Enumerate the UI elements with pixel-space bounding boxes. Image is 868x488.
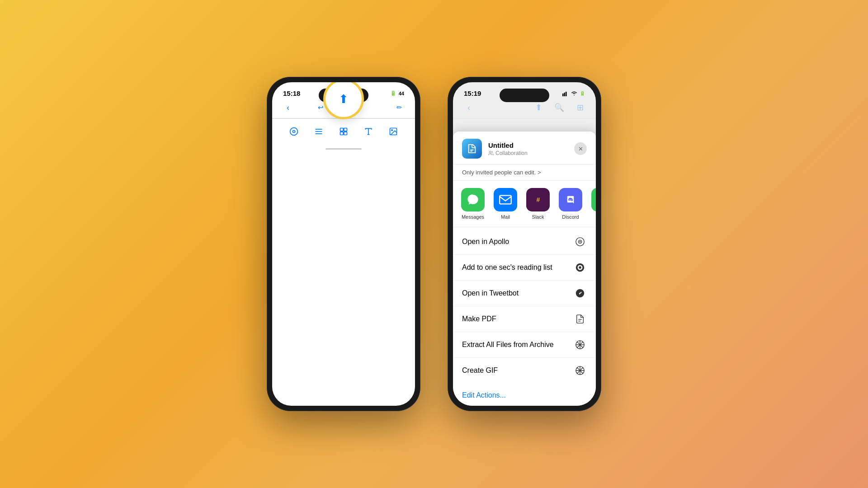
time-1: 15:18 [283,89,300,97]
tweetbot-icon [573,286,587,300]
svg-point-26 [579,266,581,269]
share-sheet: Untitled Collaboration ✕ [453,131,596,406]
discord-icon [559,188,582,211]
svg-rect-8 [340,132,343,135]
doc-app-icon [462,139,482,159]
wifi-icon [571,91,577,96]
app-mail[interactable]: Mail [489,188,522,220]
doc-title: Untitled [488,141,568,149]
signal-icon [562,91,569,96]
share-icon[interactable]: ⬆ [339,92,349,106]
phone-1-screen: ⬆ 15:18 🔋 44 ‹ ↩ ✏ [272,82,415,406]
battery-icon-2: 🔋 [580,91,585,96]
share-sheet-header: Untitled Collaboration ✕ [453,131,596,164]
phone-2: 15:19 🔋 ‹ [448,77,601,411]
bottom-toolbar [272,118,415,147]
discord-label: Discord [562,214,579,220]
pdf-icon [573,312,587,326]
phone-1: ⬆ 15:18 🔋 44 ‹ ↩ ✏ [267,77,420,411]
svg-point-2 [292,131,295,133]
svg-rect-15 [564,93,566,96]
action-extract-archive[interactable]: Extract All Files from Archive [453,332,596,358]
doc-info: Untitled Collaboration [488,141,568,156]
battery-icon: 🔋 [390,90,396,96]
phones-container: ⬆ 15:18 🔋 44 ‹ ↩ ✏ [267,77,601,411]
action-list: Open in Apollo Add to one sec's reading … [453,227,596,385]
action-tweetbot[interactable]: Open in Tweetbot [453,281,596,306]
messages-icon [461,188,485,211]
apps-row: Messages Mail [453,181,596,227]
slack-icon: # [526,188,550,211]
svg-rect-7 [344,128,347,131]
app-more[interactable]: W W... [587,188,596,220]
home-indicator-1 [272,147,415,150]
list-tool[interactable] [311,123,327,140]
more-app-icon: W [591,188,596,211]
action-reading-list[interactable]: Add to one sec's reading list [453,255,596,281]
doc-subtitle: Collaboration [488,150,568,156]
pen-tool[interactable] [286,123,302,140]
svg-rect-9 [344,132,347,135]
app-messages[interactable]: Messages [457,188,489,220]
svg-point-23 [580,241,580,242]
reading-list-icon [573,261,587,274]
action-make-pdf[interactable]: Make PDF [453,306,596,332]
edit-button[interactable]: ✏ [392,101,406,114]
app-slack[interactable]: # Slack [522,188,554,220]
share-close-button[interactable]: ✕ [574,142,587,155]
action-open-apollo[interactable]: Open in Apollo [453,229,596,255]
app-discord[interactable]: Discord [554,188,587,220]
slack-label: Slack [532,214,544,220]
gif-icon [573,364,587,377]
phone-2-screen: 15:19 🔋 ‹ [453,82,596,406]
time-2: 15:19 [464,89,481,97]
messages-label: Messages [462,214,484,220]
action-create-gif[interactable]: Create GIF [453,358,596,383]
svg-point-1 [290,128,297,136]
svg-rect-14 [562,94,564,96]
status-icons-2: 🔋 [562,91,585,96]
photo-tool[interactable] [385,123,401,140]
svg-rect-16 [566,92,567,96]
mail-label: Mail [501,214,510,220]
back-button[interactable]: ‹ [281,101,295,114]
battery-pct: 44 [399,91,404,96]
svg-point-13 [392,130,393,131]
extract-icon [573,338,587,352]
apollo-icon [573,235,587,249]
mail-icon [494,188,517,211]
shapes-tool[interactable] [335,123,352,140]
dynamic-island-2 [500,89,549,102]
text-tool[interactable] [360,123,377,140]
status-icons-1: 🔋 44 [390,90,404,96]
svg-rect-20 [500,196,511,204]
share-permission[interactable]: Only invited people can edit. > [453,164,596,181]
edit-actions[interactable]: Edit Actions... [453,385,596,406]
svg-rect-6 [340,128,343,131]
svg-point-19 [490,151,491,153]
